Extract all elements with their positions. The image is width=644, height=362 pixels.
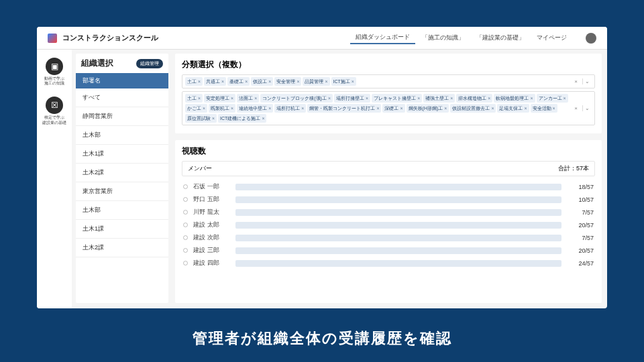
dept-item[interactable]: 土木1課 bbox=[76, 220, 168, 239]
filter-chip[interactable]: コンクリートブロック積(張)工× bbox=[260, 94, 333, 103]
chip-remove-icon[interactable]: × bbox=[553, 106, 555, 111]
filter-chip[interactable]: 基礎工× bbox=[227, 77, 250, 86]
rail-item[interactable]: ▣動画で学ぶ施工の知識 bbox=[40, 55, 69, 90]
members-label: メンバー bbox=[188, 164, 212, 173]
filter-chip[interactable]: 土工× bbox=[185, 94, 203, 103]
filter-chip[interactable]: 場所打擁壁工× bbox=[334, 94, 370, 103]
filter-chip[interactable]: 足場支保工× bbox=[497, 104, 529, 113]
filter-chip[interactable]: 共通工× bbox=[204, 77, 226, 86]
status-icon bbox=[183, 197, 188, 202]
nav-link[interactable]: 建設業の基礎 bbox=[471, 32, 530, 44]
dept-item[interactable]: すべて bbox=[76, 88, 168, 107]
filter-chip[interactable]: アンカー工× bbox=[537, 94, 568, 103]
chip-row[interactable]: 土工×共通工×基礎工×仮設工×安全管理×品質管理×ICT施工××⌄ bbox=[182, 74, 595, 88]
chip-remove-icon[interactable]: × bbox=[450, 96, 453, 101]
filter-chip[interactable]: プレキャスト擁壁工× bbox=[372, 94, 422, 103]
chip-remove-icon[interactable]: × bbox=[524, 106, 527, 111]
chip-remove-icon[interactable]: × bbox=[530, 96, 533, 101]
chip-remove-icon[interactable]: × bbox=[325, 79, 327, 84]
chip-remove-icon[interactable]: × bbox=[366, 96, 368, 101]
progress-track bbox=[235, 260, 561, 267]
chip-remove-icon[interactable]: × bbox=[198, 79, 201, 84]
member-name: 建設 三郎 bbox=[193, 246, 230, 255]
filter-chip[interactable]: 土工× bbox=[185, 77, 203, 86]
top-nav: 組織ダッシュボード施工の知識建設業の基礎マイページ bbox=[350, 32, 572, 44]
filter-chip[interactable]: 安全管理× bbox=[274, 77, 301, 86]
member-row[interactable]: 川野 龍太 7/57 bbox=[182, 206, 595, 219]
user-avatar-icon[interactable] bbox=[586, 33, 596, 44]
chip-remove-icon[interactable]: × bbox=[328, 96, 331, 101]
chip-remove-icon[interactable]: × bbox=[564, 96, 566, 101]
member-row[interactable]: 建設 太郎 20/57 bbox=[182, 219, 595, 231]
dept-item[interactable]: 土木1課 bbox=[76, 145, 168, 164]
chevron-down-icon[interactable]: ⌄ bbox=[582, 105, 592, 111]
clear-row-icon[interactable]: × bbox=[572, 105, 580, 111]
chip-remove-icon[interactable]: × bbox=[231, 96, 233, 101]
filter-chip[interactable]: 仮設材設置撤去工× bbox=[450, 104, 496, 113]
filter-chip[interactable]: 鋼管・既製コンクリート杭打工× bbox=[307, 104, 381, 113]
chip-remove-icon[interactable]: × bbox=[491, 106, 494, 111]
chip-remove-icon[interactable]: × bbox=[262, 116, 264, 121]
dept-item[interactable]: 土木2課 bbox=[76, 164, 168, 182]
filter-chip[interactable]: かご工× bbox=[185, 104, 207, 113]
filter-chip[interactable]: 場所打杭工× bbox=[274, 104, 306, 113]
chip-remove-icon[interactable]: × bbox=[488, 96, 490, 101]
rail-label: 検定で学ぶ建設業の基礎 bbox=[40, 115, 69, 125]
member-name: 建設 太郎 bbox=[193, 221, 230, 229]
nav-link[interactable]: マイページ bbox=[531, 32, 572, 44]
chip-remove-icon[interactable]: × bbox=[376, 106, 379, 111]
chip-remove-icon[interactable]: × bbox=[268, 79, 271, 84]
filter-chip[interactable]: 仮設工× bbox=[251, 77, 273, 86]
dept-item[interactable]: 静岡営業所 bbox=[76, 107, 168, 126]
dept-item[interactable]: 東京営業所 bbox=[76, 182, 168, 201]
filter-chip[interactable]: 鋼矢板(H形鋼)工× bbox=[407, 104, 449, 113]
filter-chip[interactable]: 排水構造物工× bbox=[456, 94, 492, 103]
rail-icon: ▣ bbox=[46, 58, 63, 75]
chip-remove-icon[interactable]: × bbox=[212, 116, 215, 121]
filter-chip[interactable]: 軟弱地盤処理工× bbox=[494, 94, 535, 103]
chip-remove-icon[interactable]: × bbox=[297, 79, 299, 84]
org-manage-badge[interactable]: 組織管理 bbox=[136, 59, 163, 68]
chip-row[interactable]: 土工×安定処理工×法面工×コンクリートブロック積(張)工×場所打擁壁工×プレキャ… bbox=[182, 91, 595, 125]
filter-chip[interactable]: ICT施工× bbox=[331, 77, 356, 86]
rail-item[interactable]: ☒検定で学ぶ建設業の基礎 bbox=[40, 94, 69, 129]
status-icon bbox=[183, 210, 188, 215]
filter-chip[interactable]: 法面工× bbox=[237, 94, 259, 103]
filter-chip[interactable]: 原位置試験× bbox=[185, 114, 217, 123]
member-row[interactable]: 野口 五郎 10/57 bbox=[182, 193, 595, 206]
filter-chip[interactable]: ICT建機による施工× bbox=[218, 114, 266, 123]
nav-link[interactable]: 組織ダッシュボード bbox=[350, 32, 415, 44]
clear-row-icon[interactable]: × bbox=[572, 78, 580, 84]
filter-chip[interactable]: 安全活動× bbox=[531, 104, 557, 113]
filter-chip[interactable]: 安定処理工× bbox=[204, 94, 235, 103]
member-row[interactable]: 建設 三郎 20/57 bbox=[182, 244, 595, 257]
dept-item[interactable]: 土木部 bbox=[76, 126, 168, 145]
member-row[interactable]: 石坂 一郎 18/57 bbox=[182, 180, 595, 193]
filter-chip[interactable]: 深礎工× bbox=[382, 104, 405, 113]
chip-remove-icon[interactable]: × bbox=[268, 106, 271, 111]
chip-remove-icon[interactable]: × bbox=[203, 106, 205, 111]
member-row[interactable]: 建設 次郎 7/57 bbox=[182, 231, 595, 244]
chevron-down-icon[interactable]: ⌄ bbox=[582, 78, 592, 84]
member-row[interactable]: 建設 四郎 24/57 bbox=[182, 257, 595, 269]
rail-icon: ☒ bbox=[46, 97, 63, 114]
chip-remove-icon[interactable]: × bbox=[417, 96, 420, 101]
filter-chip[interactable]: 補強土壁工× bbox=[423, 94, 455, 103]
chip-remove-icon[interactable]: × bbox=[400, 106, 402, 111]
filter-chip[interactable]: 品質管理× bbox=[303, 77, 329, 86]
member-count: 10/57 bbox=[567, 196, 594, 203]
chip-remove-icon[interactable]: × bbox=[245, 79, 248, 84]
chip-remove-icon[interactable]: × bbox=[254, 96, 257, 101]
views-panel: 視聴数 メンバー 合計：57本 石坂 一郎 18/57 野口 五郎 10/57 … bbox=[175, 140, 602, 303]
chip-remove-icon[interactable]: × bbox=[198, 96, 201, 101]
filter-chip[interactable]: 既製杭工× bbox=[209, 104, 235, 113]
chip-remove-icon[interactable]: × bbox=[352, 79, 354, 84]
filter-chip[interactable]: 連続地中壁工× bbox=[237, 104, 273, 113]
chip-remove-icon[interactable]: × bbox=[221, 79, 224, 84]
chip-remove-icon[interactable]: × bbox=[231, 106, 233, 111]
dept-item[interactable]: 土木部 bbox=[76, 201, 168, 220]
chip-remove-icon[interactable]: × bbox=[444, 106, 447, 111]
nav-link[interactable]: 施工の知識 bbox=[417, 32, 470, 44]
chip-remove-icon[interactable]: × bbox=[301, 106, 304, 111]
dept-item[interactable]: 土木2課 bbox=[76, 239, 168, 257]
